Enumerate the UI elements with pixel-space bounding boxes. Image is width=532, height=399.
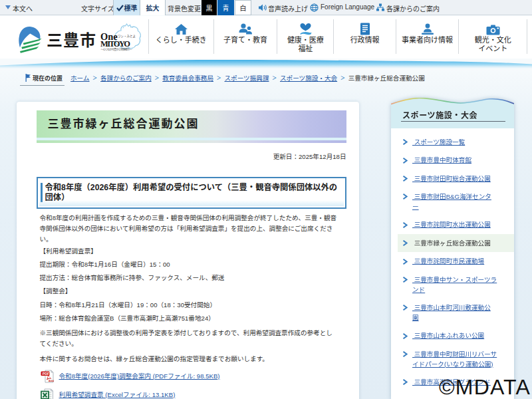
- svg-text:PDF: PDF: [42, 372, 49, 376]
- svg-text:Adobe: Adobe: [49, 380, 54, 382]
- svg-text:ワン・みとよ: ワン・みとよ: [118, 35, 136, 39]
- svg-text:〜心つながる豊かさ実感都市〜: 〜心つながる豊かさ実感都市〜: [101, 47, 132, 51]
